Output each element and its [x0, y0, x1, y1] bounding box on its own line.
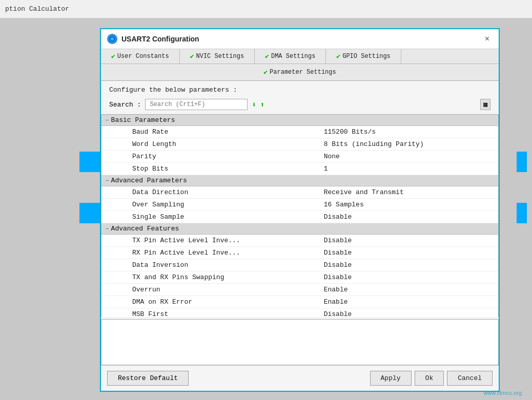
- tab-label-dma: DMA Settings: [271, 53, 315, 60]
- param-value-stop-bits: 1: [320, 163, 498, 175]
- param-name-parity: Parity: [101, 151, 320, 162]
- param-value-tx-rx-swapping: Disable: [320, 271, 498, 283]
- section-advanced-parameters: − Advanced Parameters: [101, 175, 498, 186]
- param-row-tx-rx-swapping[interactable]: TX and RX Pins Swapping Disable: [101, 271, 498, 284]
- tab-nvic-settings[interactable]: ✔ NVIC Settings: [180, 49, 255, 64]
- section-label-advanced-features: Advanced Features: [111, 225, 179, 233]
- apply-button[interactable]: Apply: [370, 371, 412, 386]
- params-table: − Basic Parameters Baud Rate 115200 Bits…: [101, 114, 499, 317]
- blue-panel-right-top: [517, 152, 527, 172]
- param-row-dma-rx-error[interactable]: DMA on RX Error Enable: [101, 296, 498, 308]
- tab-check-params: ✔: [263, 68, 268, 76]
- param-name-single-sample: Single Sample: [101, 211, 320, 223]
- search-row: Search : ⬇ ⬆ ▦: [101, 97, 499, 114]
- param-row-data-direction[interactable]: Data Direction Receive and Transmit: [101, 186, 498, 199]
- dialog-content: Configure the below parameters : Search …: [101, 81, 499, 365]
- param-row-over-sampling[interactable]: Over Sampling 16 Samples: [101, 199, 498, 211]
- param-name-rx-pin-active: RX Pin Active Level Inve...: [101, 247, 320, 259]
- search-input[interactable]: [145, 99, 248, 110]
- tab-label-gpio: GPIO Settings: [342, 53, 391, 60]
- param-name-data-direction: Data Direction: [101, 186, 320, 198]
- collapse-icon-advanced-params[interactable]: −: [106, 178, 109, 184]
- param-value-overrun: Enable: [320, 284, 498, 296]
- param-value-rx-pin-active: Disable: [320, 247, 498, 259]
- tab-gpio-settings[interactable]: ✔ GPIO Settings: [326, 49, 401, 64]
- tab-user-constants[interactable]: ✔ User Constants: [101, 49, 180, 64]
- param-name-overrun: Overrun: [101, 284, 320, 296]
- tab-label-nvic: NVIC Settings: [196, 53, 244, 60]
- param-value-single-sample: Disable: [320, 211, 498, 223]
- param-value-data-direction: Receive and Transmit: [320, 186, 498, 198]
- top-bar-title: ption Calculator: [5, 5, 69, 13]
- cancel-button[interactable]: Cancel: [447, 371, 493, 386]
- tabs-row2: ✔ Parameter Settings: [101, 64, 499, 80]
- grid-view-icon[interactable]: ▦: [480, 99, 490, 110]
- search-arrow-up-icon[interactable]: ⬆: [260, 100, 264, 109]
- watermark: www.stmcu.org: [483, 390, 522, 396]
- param-name-data-inversion: Data Inversion: [101, 259, 320, 271]
- tab-label-params: Parameter Settings: [270, 69, 336, 76]
- param-value-dma-rx-error: Enable: [320, 296, 498, 308]
- tab-check-nvic: ✔: [190, 52, 194, 60]
- footer-right-buttons: Apply Ok Cancel: [370, 371, 493, 386]
- svg-point-1: [111, 37, 114, 40]
- search-arrow-down-icon[interactable]: ⬇: [252, 100, 256, 109]
- param-row-parity[interactable]: Parity None: [101, 151, 498, 163]
- param-name-dma-rx-error: DMA on RX Error: [101, 296, 320, 308]
- tabs-area: ✔ User Constants ✔ NVIC Settings ✔ DMA S…: [101, 49, 499, 81]
- param-row-msb-first[interactable]: MSB First Disable: [101, 308, 498, 317]
- section-label-advanced-params: Advanced Parameters: [111, 177, 187, 184]
- blue-panel-right-bottom: [517, 203, 527, 223]
- param-name-tx-rx-swapping: TX and RX Pins Swapping: [101, 271, 320, 283]
- param-row-rx-pin-active[interactable]: RX Pin Active Level Inve... Disable: [101, 247, 498, 259]
- param-row-single-sample[interactable]: Single Sample Disable: [101, 211, 498, 223]
- param-name-over-sampling: Over Sampling: [101, 199, 320, 210]
- tab-check-dma: ✔: [265, 52, 269, 60]
- collapse-icon-advanced-features[interactable]: −: [106, 226, 109, 232]
- search-label: Search :: [109, 101, 141, 109]
- param-row-overrun[interactable]: Overrun Enable: [101, 284, 498, 296]
- param-value-word-length: 8 Bits (including Parity): [320, 138, 498, 150]
- param-name-msb-first: MSB First: [101, 308, 320, 317]
- dialog-title-text: USART2 Configuration: [121, 35, 199, 43]
- tab-check-user-constants: ✔: [111, 52, 115, 60]
- param-row-tx-pin-active[interactable]: TX Pin Active Level Inve... Disable: [101, 235, 498, 247]
- description-area: [101, 319, 499, 365]
- param-name-stop-bits: Stop Bits: [101, 163, 320, 175]
- dialog-title-left: USART2 Configuration: [107, 34, 199, 44]
- tabs-row1: ✔ User Constants ✔ NVIC Settings ✔ DMA S…: [101, 49, 499, 64]
- dialog-footer: Restore Default Apply Ok Cancel: [101, 365, 499, 391]
- dialog-title-bar: USART2 Configuration ×: [101, 29, 499, 49]
- top-bar: ption Calculator: [0, 0, 532, 18]
- section-basic-parameters: − Basic Parameters: [101, 115, 498, 126]
- tab-parameter-settings[interactable]: ✔ Parameter Settings: [253, 66, 346, 78]
- configure-label: Configure the below parameters :: [101, 81, 499, 97]
- tab-check-gpio: ✔: [336, 52, 340, 60]
- param-value-over-sampling: 16 Samples: [320, 199, 498, 210]
- restore-default-button[interactable]: Restore Default: [107, 371, 189, 386]
- param-value-parity: None: [320, 151, 498, 162]
- usart2-config-dialog: USART2 Configuration × ✔ User Constants …: [100, 28, 500, 392]
- param-row-word-length[interactable]: Word Length 8 Bits (including Parity): [101, 138, 498, 151]
- tab-dma-settings[interactable]: ✔ DMA Settings: [255, 49, 326, 64]
- ok-button[interactable]: Ok: [415, 371, 444, 386]
- param-value-data-inversion: Disable: [320, 259, 498, 271]
- param-name-word-length: Word Length: [101, 138, 320, 150]
- section-advanced-features: − Advanced Features: [101, 223, 498, 235]
- section-label-basic: Basic Parameters: [111, 116, 175, 124]
- dialog-icon: [107, 34, 117, 44]
- param-name-baud-rate: Baud Rate: [101, 126, 320, 138]
- param-value-baud-rate: 115200 Bits/s: [320, 126, 498, 138]
- param-name-tx-pin-active: TX Pin Active Level Inve...: [101, 235, 320, 246]
- close-button[interactable]: ×: [482, 33, 493, 45]
- param-row-stop-bits[interactable]: Stop Bits 1: [101, 163, 498, 175]
- param-row-data-inversion[interactable]: Data Inversion Disable: [101, 259, 498, 271]
- tab-label-user-constants: User Constants: [117, 53, 169, 60]
- param-row-baud-rate[interactable]: Baud Rate 115200 Bits/s: [101, 126, 498, 138]
- collapse-icon-basic[interactable]: −: [106, 117, 109, 123]
- param-value-tx-pin-active: Disable: [320, 235, 498, 246]
- param-value-msb-first: Disable: [320, 308, 498, 317]
